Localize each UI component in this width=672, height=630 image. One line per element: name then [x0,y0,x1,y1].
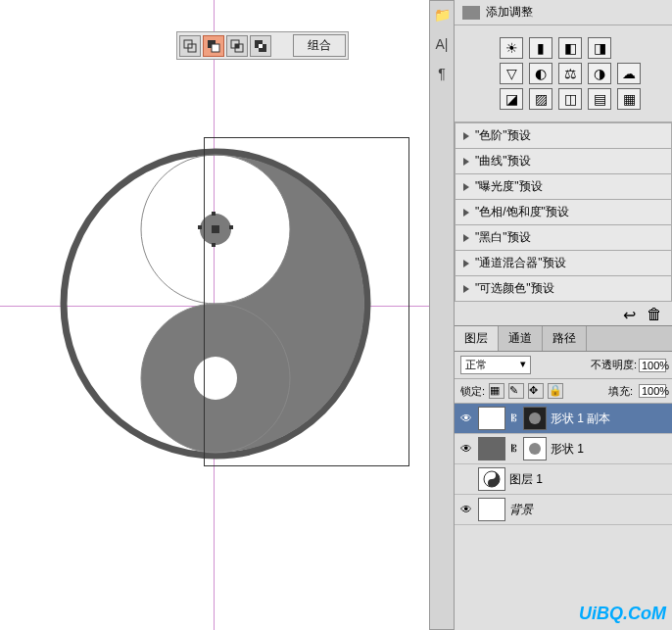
path-exclude-icon[interactable] [250,35,271,57]
selective-color-icon[interactable]: ▦ [617,88,641,110]
link-icon[interactable]: 𝄡 [509,412,519,425]
vector-mask-thumb[interactable] [523,437,547,460]
svg-rect-3 [212,44,219,52]
layer-name: 图层 1 [509,471,543,488]
preset-list: "色阶"预设 "曲线"预设 "曝光度"预设 "色相/饱和度"预设 "黑白"预设 … [455,122,672,302]
svg-rect-6 [235,44,239,48]
layer-item[interactable]: 图层 1 [455,464,672,495]
layer-name: 背景 [509,502,533,518]
expand-icon [463,260,469,267]
expand-icon [463,183,469,191]
layer-thumb[interactable] [478,407,505,430]
layer-item[interactable]: 👁 背景 [455,495,672,525]
vibrance-icon[interactable]: ▽ [500,63,523,84]
layer-item[interactable]: 👁 𝄡 形状 1 [455,434,672,464]
blend-mode-value: 正常 [465,358,487,372]
visibility-icon[interactable] [458,472,474,486]
color-balance-icon[interactable]: ⚖ [558,63,582,84]
posterize-icon[interactable]: ▨ [529,88,552,110]
preset-hue-sat[interactable]: "色相/饱和度"预设 [455,200,672,225]
svg-point-20 [529,412,541,424]
trash-icon[interactable]: 🗑 [647,306,664,321]
gradient-map-icon[interactable]: ▤ [588,88,611,110]
opacity-value[interactable]: 100% [639,359,666,372]
lock-fill-row: 锁定: ▦ ✎ ✥ 🔒 填充: 100% [455,379,672,404]
expand-icon [463,209,469,217]
path-add-icon[interactable] [179,35,201,57]
opacity-label: 不透明度: [591,358,637,372]
expand-icon [463,285,469,293]
path-intersect-icon[interactable] [226,35,248,57]
layer-thumb[interactable] [478,437,505,460]
invert-icon[interactable]: ◪ [500,88,523,110]
lock-label: 锁定: [460,384,485,399]
preset-curves[interactable]: "曲线"预设 [455,149,672,174]
path-subtract-icon[interactable] [203,35,224,57]
return-icon[interactable]: ↩ [623,306,641,321]
visibility-icon[interactable]: 👁 [458,442,474,456]
fill-label: 填充: [608,384,633,399]
adjustments-panel-header: 添加调整 [455,0,672,25]
layer-thumb[interactable] [478,498,505,521]
visibility-icon[interactable]: 👁 [458,503,474,516]
threshold-icon[interactable]: ◫ [558,88,582,110]
canvas-area[interactable]: 组合 [0,0,454,630]
yin-yang-shape[interactable] [59,147,372,460]
layer-list: 👁 𝄡 形状 1 副本 👁 𝄡 形状 1 图层 1 👁 背景 [455,404,672,525]
path-operations-toolbar: 组合 [176,31,349,60]
vector-mask-thumb[interactable] [523,407,547,430]
tab-paths[interactable]: 路径 [543,326,587,351]
character-panel-icon[interactable]: A| [436,36,449,52]
lock-position-icon[interactable]: ✥ [528,383,544,399]
selection-bounds[interactable] [204,137,409,466]
paragraph-panel-icon[interactable]: ¶ [438,66,446,81]
lock-all-icon[interactable]: 🔒 [548,383,563,399]
layer-thumb[interactable] [478,467,505,491]
exposure-icon[interactable]: ◨ [588,37,611,59]
blend-mode-select[interactable]: 正常▾ [460,356,531,374]
watermark: UiBQ.CoM [579,604,666,624]
preset-label: "曝光度"预设 [475,178,543,195]
svg-point-21 [529,443,541,455]
fill-value[interactable]: 100% [639,384,666,398]
black-white-icon[interactable]: ◑ [588,63,611,84]
adjustments-title: 添加调整 [486,4,533,21]
curves-icon[interactable]: ◧ [558,37,582,59]
preset-label: "通道混合器"预设 [475,255,566,271]
preset-exposure[interactable]: "曝光度"预设 [455,174,672,200]
lock-transparency-icon[interactable]: ▦ [489,383,504,399]
visibility-icon[interactable]: 👁 [458,412,474,425]
photo-filter-icon[interactable]: ☁ [617,63,641,84]
preset-label: "黑白"预设 [475,229,531,246]
tab-layers[interactable]: 图层 [455,326,499,351]
adjustments-footer: ↩ 🗑 [455,302,672,326]
layer-item[interactable]: 👁 𝄡 形状 1 副本 [455,404,672,434]
preset-bw[interactable]: "黑白"预设 [455,225,672,251]
svg-rect-16 [198,225,202,229]
expand-icon [463,132,469,140]
svg-rect-9 [259,44,263,48]
lock-pixels-icon[interactable]: ✎ [508,383,524,399]
layer-name: 形状 1 副本 [551,411,610,427]
preset-levels[interactable]: "色阶"预设 [455,122,672,149]
tab-channels[interactable]: 通道 [499,326,543,351]
chevron-down-icon: ▾ [520,358,526,372]
link-icon[interactable]: 𝄡 [509,442,519,456]
preset-label: "曲线"预设 [475,153,531,170]
adjustment-icons-grid: ☀ ▮ ◧ ◨ ▽ ◐ ⚖ ◑ ☁ ◪ ▨ ◫ ▤ ▦ [455,25,672,122]
combine-button[interactable]: 组合 [293,34,346,57]
preset-label: "可选颜色"预设 [475,280,554,297]
preset-label: "色相/饱和度"预设 [475,204,569,220]
preset-selective-color[interactable]: "可选颜色"预设 [455,276,672,302]
preset-channel-mixer[interactable]: "通道混合器"预设 [455,251,672,276]
folder-icon[interactable]: 📁 [434,7,451,23]
preset-label: "色阶"预设 [475,127,531,144]
expand-icon [463,158,469,166]
hue-sat-icon[interactable]: ◐ [529,63,552,84]
panels-dock: 📁 A| ¶ 添加调整 ☀ ▮ ◧ ◨ ▽ ◐ ⚖ ◑ ☁ ◪ ▨ ◫ ▤ ▦ … [454,0,672,630]
brightness-contrast-icon[interactable]: ☀ [500,37,523,59]
collapsed-panel-strip: 📁 A| ¶ [429,0,455,630]
layer-name: 形状 1 [551,441,584,458]
levels-icon[interactable]: ▮ [529,37,552,59]
adjustments-icon [462,6,480,20]
